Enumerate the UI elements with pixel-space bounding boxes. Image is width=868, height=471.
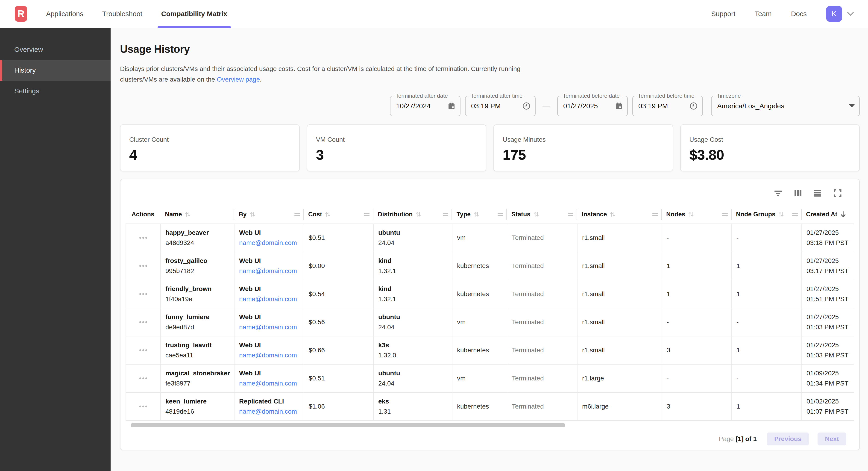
dropdown-caret-icon[interactable] xyxy=(849,105,855,108)
created-date: 01/02/2025 xyxy=(806,398,851,405)
distribution-version: 1.32.1 xyxy=(378,267,449,275)
created-by-email-link[interactable]: name@domain.com xyxy=(239,352,301,359)
column-header-cost[interactable]: Cost xyxy=(304,205,373,224)
created-by-email-link[interactable]: name@domain.com xyxy=(239,408,301,415)
fullscreen-icon[interactable] xyxy=(833,188,843,198)
nav-link-support[interactable]: Support xyxy=(711,10,735,18)
scrollbar-thumb[interactable] xyxy=(131,423,565,427)
cost-value: $0.51 xyxy=(309,234,370,241)
column-menu-icon[interactable] xyxy=(722,212,728,216)
next-button[interactable]: Next xyxy=(817,433,846,445)
row-actions-button[interactable] xyxy=(137,319,150,325)
column-header-nodes[interactable]: Nodes xyxy=(661,205,732,224)
table-row: friendly_brown 1f40a19e Web UI name@doma… xyxy=(126,280,854,308)
instance-value: r1.small xyxy=(582,234,659,241)
row-actions-button[interactable] xyxy=(137,375,150,382)
created-date: 01/27/2025 xyxy=(806,257,851,265)
nav-link-team[interactable]: Team xyxy=(755,10,772,18)
status-value: Terminated xyxy=(512,262,574,270)
column-menu-icon[interactable] xyxy=(652,212,658,216)
column-menu-icon[interactable] xyxy=(364,212,370,216)
account-menu[interactable]: K xyxy=(826,6,855,22)
actions-cell xyxy=(126,336,161,364)
row-actions-button[interactable] xyxy=(137,235,150,241)
created-by-email-link[interactable]: name@domain.com xyxy=(239,295,301,303)
type-cell: vm xyxy=(453,224,507,252)
cost-value: $1.06 xyxy=(309,403,370,410)
table-row: funny_lumiere de9ed87d Web UI name@domai… xyxy=(126,308,854,336)
tab-troubleshoot[interactable]: Troubleshoot xyxy=(102,0,142,28)
created-by-email-link[interactable]: name@domain.com xyxy=(239,380,301,387)
tab-applications[interactable]: Applications xyxy=(46,0,83,28)
column-header-type[interactable]: Type xyxy=(452,205,507,224)
stat-value: $3.80 xyxy=(689,147,851,163)
stat-card-vm-count: VM Count 3 xyxy=(307,124,487,171)
instance-cell: r1.small xyxy=(578,308,662,336)
sidebar-item-settings[interactable]: Settings xyxy=(0,81,111,101)
created-by-email-link[interactable]: name@domain.com xyxy=(239,324,301,331)
terminated-before-date-field[interactable]: Terminated before date 01/27/2025 xyxy=(557,96,628,116)
row-actions-button[interactable] xyxy=(137,263,150,269)
timezone-select[interactable]: Timezone America/Los_Angeles xyxy=(711,96,860,116)
overview-page-link[interactable]: Overview page xyxy=(217,76,260,83)
terminated-before-time-field[interactable]: Terminated before time 03:19 PM xyxy=(632,96,703,116)
sidebar-item-overview[interactable]: Overview xyxy=(0,39,111,60)
column-menu-icon[interactable] xyxy=(443,212,448,216)
created-time: 01:03 PM PST xyxy=(806,324,851,331)
column-header-by[interactable]: By xyxy=(234,205,304,224)
terminated-after-date-field[interactable]: Terminated after date 10/27/2024 xyxy=(390,96,461,116)
density-icon[interactable] xyxy=(813,188,823,198)
column-menu-icon[interactable] xyxy=(792,212,798,216)
terminated-after-time-field[interactable]: Terminated after time 03:19 PM xyxy=(465,96,535,116)
column-header-distribution[interactable]: Distribution xyxy=(373,205,452,224)
column-header-status[interactable]: Status xyxy=(507,205,577,224)
distribution-name: kind xyxy=(378,257,449,265)
status-value: Terminated xyxy=(512,347,574,354)
column-header-node-groups[interactable]: Node Groups xyxy=(732,205,801,224)
distribution-version: 24.04 xyxy=(378,239,449,246)
column-header-instance[interactable]: Instance xyxy=(577,205,661,224)
column-header-name[interactable]: Name xyxy=(160,205,234,224)
created-by-email-link[interactable]: name@domain.com xyxy=(239,239,301,246)
row-actions-button[interactable] xyxy=(137,347,150,353)
calendar-icon[interactable] xyxy=(615,102,623,110)
status-cell: Terminated xyxy=(507,364,578,392)
distribution-name: ubuntu xyxy=(378,229,449,236)
tab-compatibility-matrix[interactable]: Compatibility Matrix xyxy=(161,0,227,28)
replicated-logo[interactable]: R xyxy=(15,6,27,22)
clock-icon[interactable] xyxy=(689,102,698,110)
filter-icon[interactable] xyxy=(773,188,783,198)
node-groups-value: 1 xyxy=(737,262,799,270)
table-body: happy_beaver a48d9324 Web UI name@domain… xyxy=(126,224,854,421)
node-groups-cell: - xyxy=(732,224,802,252)
type-value: kubernetes xyxy=(457,347,504,354)
page-label: Page xyxy=(719,435,734,442)
top-nav: R Applications Troubleshoot Compatibilit… xyxy=(0,0,868,28)
avatar[interactable]: K xyxy=(826,6,842,22)
nodes-value: 3 xyxy=(666,347,728,354)
created-by-email-link[interactable]: name@domain.com xyxy=(239,267,301,275)
chevron-down-icon[interactable] xyxy=(846,11,855,17)
calendar-icon[interactable] xyxy=(447,102,456,110)
columns-icon[interactable] xyxy=(793,188,803,198)
row-actions-button[interactable] xyxy=(137,403,150,410)
previous-button[interactable]: Previous xyxy=(767,433,809,445)
column-header-created-at[interactable]: Created At xyxy=(801,205,854,224)
sidebar-item-history[interactable]: History xyxy=(0,60,111,81)
created-by-source: Web UI xyxy=(239,314,301,321)
type-cell: kubernetes xyxy=(453,252,507,280)
nodes-value: - xyxy=(666,319,728,326)
stat-label: VM Count xyxy=(316,136,477,143)
clock-icon[interactable] xyxy=(522,102,530,110)
column-menu-icon[interactable] xyxy=(568,212,574,216)
cost-value: $0.00 xyxy=(309,262,370,270)
column-menu-icon[interactable] xyxy=(294,212,300,216)
field-label: Terminated before date xyxy=(561,93,621,99)
cluster-id: fe3f8977 xyxy=(165,380,231,387)
stat-card-cluster-count: Cluster Count 4 xyxy=(120,124,300,171)
nav-link-docs[interactable]: Docs xyxy=(791,10,807,18)
column-menu-icon[interactable] xyxy=(498,212,503,216)
row-actions-button[interactable] xyxy=(137,291,150,297)
cluster-name: friendly_brown xyxy=(165,285,231,293)
distribution-name: k3s xyxy=(378,342,449,349)
